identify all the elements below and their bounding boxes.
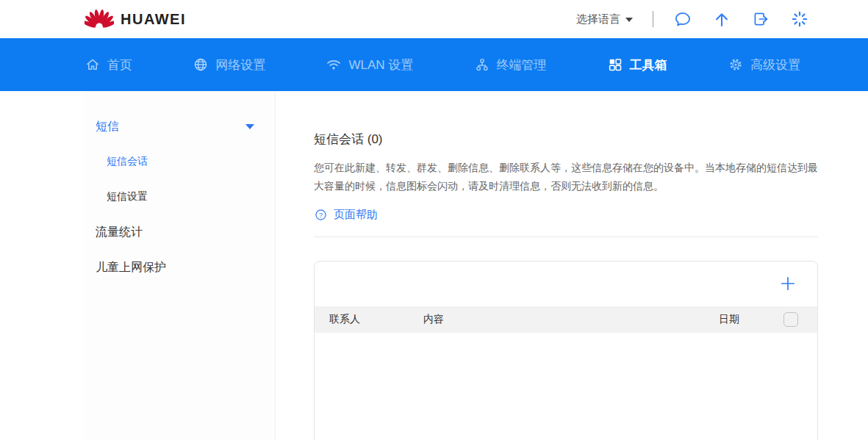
huawei-flower-icon (85, 10, 114, 29)
sidebar-item-label: 短信设置 (107, 190, 148, 203)
sidebar-item-parental-control[interactable]: 儿童上网保护 (85, 250, 275, 285)
language-selector-label: 选择语言 (576, 12, 620, 26)
page-help-label: 页面帮助 (334, 208, 378, 222)
nav-item-network-settings[interactable]: 网络设置 (193, 57, 265, 73)
sidebar-item-sms[interactable]: 短信 (85, 109, 275, 144)
svg-text:?: ? (319, 211, 323, 218)
toolbox-grid-icon (607, 57, 623, 73)
select-all-checkbox[interactable] (783, 312, 798, 327)
nav-label: 网络设置 (215, 57, 265, 73)
sidebar-item-label: 短信 (96, 119, 119, 134)
brand-name: HUAWEI (121, 11, 186, 28)
nav-label: 工具箱 (630, 57, 667, 73)
topbar-actions: 选择语言 (576, 10, 809, 29)
sms-table-card: 联系人 内容 日期 (314, 261, 818, 440)
table-header-row: 联系人 内容 日期 (315, 306, 817, 333)
column-header-content: 内容 (409, 313, 719, 326)
gear-icon (728, 57, 744, 73)
column-header-date: 日期 (719, 313, 739, 326)
language-selector[interactable]: 选择语言 (576, 12, 633, 26)
devices-icon (474, 57, 490, 73)
new-message-button[interactable] (779, 275, 797, 292)
column-header-contact: 联系人 (315, 313, 409, 326)
nav-label: 首页 (107, 57, 132, 73)
nav-item-wlan-settings[interactable]: WLAN 设置 (326, 57, 413, 73)
main-content: 短信会话 (0) 您可在此新建、转发、群发、删除信息、删除联系人等，这些信息存储… (276, 91, 868, 440)
feedback-button[interactable] (673, 10, 692, 29)
nav-label: WLAN 设置 (348, 57, 413, 73)
section-divider (314, 237, 818, 237)
top-bar: HUAWEI 选择语言 (0, 0, 868, 38)
nav-item-toolbox[interactable]: 工具箱 (607, 57, 667, 73)
huawei-logo: HUAWEI (85, 10, 186, 29)
chat-icon (673, 10, 692, 29)
up-arrow-icon (712, 10, 731, 29)
logout-icon (751, 10, 770, 29)
nav-item-device-management[interactable]: 终端管理 (474, 57, 547, 73)
page-description: 您可在此新建、转发、群发、删除信息、删除联系人等，这些信息存储在您的设备中。当本… (314, 159, 818, 195)
main-nav: 首页 网络设置 WLAN 设置 终端管理 工 (0, 38, 868, 91)
question-circle-icon: ? (314, 208, 328, 222)
loading-button[interactable] (790, 10, 809, 29)
sidebar-item-traffic-statistics[interactable]: 流量统计 (85, 214, 275, 250)
logout-button[interactable] (751, 10, 770, 29)
nav-item-advanced-settings[interactable]: 高级设置 (728, 57, 800, 73)
nav-label: 高级设置 (750, 57, 800, 73)
chevron-down-icon (245, 124, 254, 129)
wifi-icon (326, 57, 342, 73)
spinner-icon (790, 10, 809, 29)
nav-label: 终端管理 (497, 57, 547, 73)
vertical-divider (653, 11, 653, 27)
sidebar-item-label: 短信会话 (107, 155, 148, 168)
sidebar-item-label: 儿童上网保护 (96, 260, 166, 275)
sidebar-item-sms-session[interactable]: 短信会话 (85, 144, 275, 179)
page-help-link[interactable]: ? 页面帮助 (314, 208, 378, 222)
table-toolbar (315, 262, 817, 306)
sidebar-item-sms-settings[interactable]: 短信设置 (85, 179, 275, 214)
home-icon (85, 57, 101, 73)
chevron-down-icon (625, 18, 633, 22)
nav-item-home[interactable]: 首页 (85, 57, 132, 73)
update-button[interactable] (712, 10, 731, 29)
sidebar-item-label: 流量统计 (96, 225, 143, 240)
globe-icon (193, 57, 209, 73)
sidebar: 短信 短信会话 短信设置 流量统计 儿童上网保护 (85, 91, 276, 440)
page-title: 短信会话 (0) (314, 131, 818, 148)
page-body: 短信 短信会话 短信设置 流量统计 儿童上网保护 短信会话 (0) 您可在此新建… (0, 91, 868, 440)
plus-icon (779, 275, 797, 292)
